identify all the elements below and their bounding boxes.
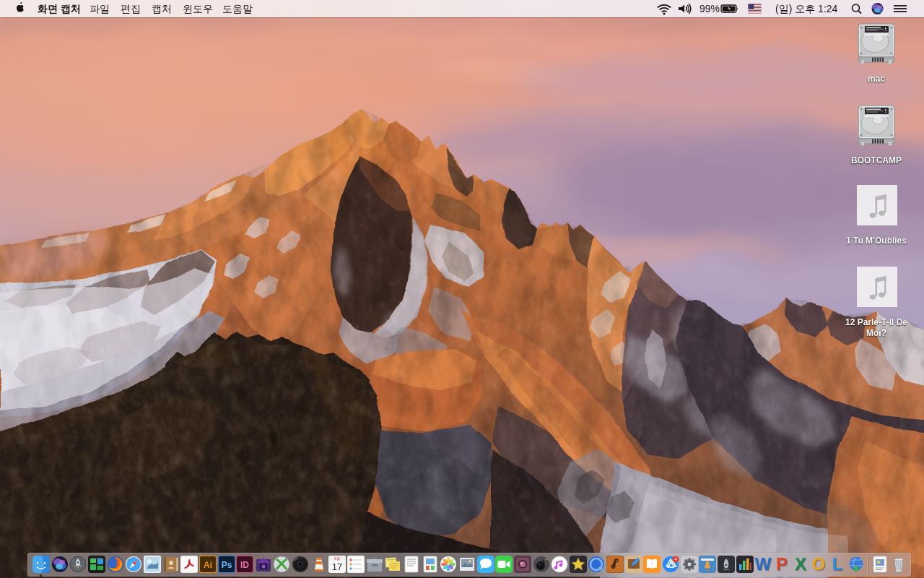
svg-text:6월: 6월 xyxy=(334,556,340,561)
svg-text:ID: ID xyxy=(240,560,249,570)
svg-text:Ai: Ai xyxy=(204,560,212,570)
svg-text:Ps: Ps xyxy=(222,560,232,570)
svg-text:17: 17 xyxy=(332,561,342,572)
svg-text:4: 4 xyxy=(674,556,677,561)
